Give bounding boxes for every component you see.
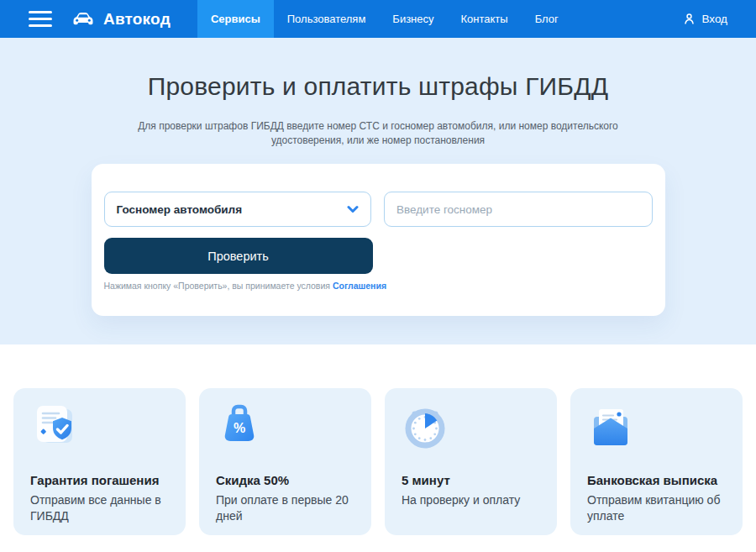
feature-text: Отправим квитанцию об уплате — [587, 492, 726, 524]
document-type-value: Госномер автомобиля — [117, 203, 243, 216]
feature-title: Банковская выписка — [587, 473, 726, 487]
nav-item-business[interactable]: Бизнесу — [379, 0, 447, 38]
logo-text: Автокод — [103, 10, 171, 29]
login-label: Вход — [701, 13, 727, 25]
feature-text: Отправим все данные в ГИБДД — [30, 492, 169, 524]
hero-section: Проверить и оплатить штрафы ГИБДД Для пр… — [0, 38, 756, 344]
car-icon — [71, 11, 96, 28]
page-subtitle: Для проверки штрафов ГИБДД введите номер… — [134, 119, 622, 148]
agreement-link[interactable]: Соглашения — [333, 281, 386, 291]
login-button[interactable]: Вход — [683, 0, 727, 38]
feature-card-discount: % Скидка 50% При оплате в первые 20 дней — [199, 388, 371, 535]
feature-card-speed: 5 минут На проверку и оплату — [385, 388, 557, 535]
check-button[interactable]: Проверить — [104, 238, 373, 274]
feature-title: 5 минут — [402, 473, 540, 487]
plate-number-input[interactable] — [384, 192, 653, 227]
document-type-select[interactable]: Госномер автомобиля — [104, 192, 372, 227]
hamburger-menu-icon[interactable] — [29, 0, 52, 38]
features-row: Гарантия погашения Отправим все данные в… — [0, 388, 756, 535]
feature-card-guarantee: Гарантия погашения Отправим все данные в… — [13, 388, 186, 535]
feature-card-statement: Банковская выписка Отправим квитанцию об… — [570, 388, 743, 535]
nav-item-contacts[interactable]: Контакты — [448, 0, 522, 38]
fines-check-form: Госномер автомобиля Проверить Нажимая кн… — [92, 164, 665, 316]
nav-item-services[interactable]: Сервисы — [197, 0, 274, 38]
nav-item-blog[interactable]: Блог — [522, 0, 572, 38]
disclaimer-text: Нажимая кнопку «Проверить», вы принимает… — [104, 281, 333, 291]
disclaimer: Нажимая кнопку «Проверить», вы принимает… — [104, 281, 653, 291]
chevron-down-icon — [347, 205, 359, 213]
logo[interactable]: Автокод — [71, 0, 171, 38]
nav-item-users[interactable]: Пользователям — [274, 0, 380, 38]
main-nav: Сервисы Пользователям Бизнесу Контакты Б… — [197, 0, 572, 38]
discount-bag-icon: % — [216, 403, 354, 472]
clock-icon — [402, 403, 540, 472]
feature-title: Гарантия погашения — [30, 473, 169, 487]
person-icon — [683, 13, 696, 25]
feature-title: Скидка 50% — [216, 473, 354, 487]
feature-text: При оплате в первые 20 дней — [216, 492, 354, 524]
envelope-icon — [587, 403, 726, 472]
top-navbar: Автокод Сервисы Пользователям Бизнесу Ко… — [0, 0, 756, 38]
document-shield-icon — [30, 403, 169, 472]
feature-text: На проверку и оплату — [402, 492, 540, 508]
page-title: Проверить и оплатить штрафы ГИБДД — [0, 38, 756, 101]
percent-symbol: % — [234, 421, 245, 435]
